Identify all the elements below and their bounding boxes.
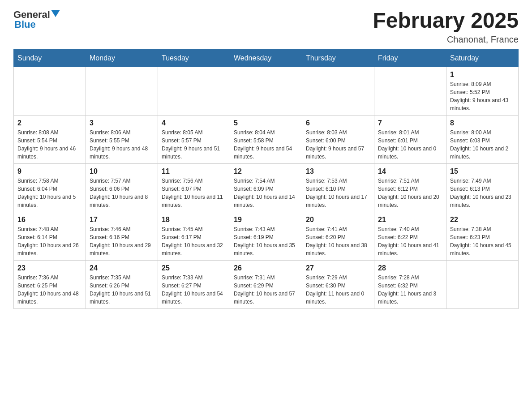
- day-number: 10: [90, 167, 154, 176]
- calendar-cell: 1Sunrise: 8:09 AMSunset: 5:52 PMDaylight…: [446, 67, 519, 115]
- day-info: Sunrise: 7:33 AMSunset: 6:27 PMDaylight:…: [162, 274, 226, 306]
- day-number: 28: [378, 264, 442, 272]
- day-info: Sunrise: 7:53 AMSunset: 6:10 PMDaylight:…: [306, 177, 370, 209]
- calendar-week-row: 1Sunrise: 8:09 AMSunset: 5:52 PMDaylight…: [14, 67, 519, 115]
- day-info: Sunrise: 8:05 AMSunset: 5:57 PMDaylight:…: [162, 128, 226, 161]
- calendar-cell: [302, 67, 374, 115]
- header-day-thursday: Thursday: [302, 49, 374, 67]
- calendar-cell: 4Sunrise: 8:05 AMSunset: 5:57 PMDaylight…: [158, 115, 230, 163]
- day-number: 22: [450, 216, 515, 224]
- svg-marker-0: [51, 10, 60, 17]
- calendar-cell: 28Sunrise: 7:28 AMSunset: 6:32 PMDayligh…: [374, 260, 446, 308]
- day-number: 2: [17, 119, 82, 127]
- day-number: 6: [306, 119, 370, 127]
- calendar-cell: 15Sunrise: 7:49 AMSunset: 6:13 PMDayligh…: [446, 163, 519, 212]
- day-number: 4: [162, 119, 226, 127]
- day-info: Sunrise: 7:58 AMSunset: 6:04 PMDaylight:…: [17, 177, 82, 209]
- location-subtitle: Chanonat, France: [373, 34, 519, 45]
- calendar-cell: 3Sunrise: 8:06 AMSunset: 5:55 PMDaylight…: [86, 115, 158, 163]
- calendar-cell: [86, 67, 158, 115]
- day-info: Sunrise: 7:43 AMSunset: 6:19 PMDaylight:…: [234, 225, 298, 257]
- day-number: 25: [162, 264, 226, 272]
- day-number: 12: [234, 167, 298, 176]
- day-number: 3: [90, 119, 154, 127]
- calendar-cell: 26Sunrise: 7:31 AMSunset: 6:29 PMDayligh…: [230, 260, 302, 308]
- day-info: Sunrise: 8:00 AMSunset: 6:03 PMDaylight:…: [450, 128, 515, 161]
- header-day-friday: Friday: [374, 49, 446, 67]
- calendar-cell: [158, 67, 230, 115]
- calendar-cell: 13Sunrise: 7:53 AMSunset: 6:10 PMDayligh…: [302, 163, 374, 212]
- day-info: Sunrise: 7:29 AMSunset: 6:30 PMDaylight:…: [306, 274, 370, 306]
- day-number: 19: [234, 216, 298, 224]
- header-day-saturday: Saturday: [446, 49, 519, 67]
- day-info: Sunrise: 7:38 AMSunset: 6:23 PMDaylight:…: [450, 225, 515, 257]
- day-info: Sunrise: 7:36 AMSunset: 6:25 PMDaylight:…: [17, 274, 82, 306]
- calendar-table: SundayMondayTuesdayWednesdayThursdayFrid…: [13, 49, 519, 309]
- day-info: Sunrise: 7:49 AMSunset: 6:13 PMDaylight:…: [450, 177, 515, 209]
- day-info: Sunrise: 7:41 AMSunset: 6:20 PMDaylight:…: [306, 225, 370, 257]
- day-info: Sunrise: 7:46 AMSunset: 6:16 PMDaylight:…: [90, 225, 154, 257]
- day-number: 5: [234, 119, 298, 127]
- day-number: 9: [17, 167, 82, 176]
- day-info: Sunrise: 7:28 AMSunset: 6:32 PMDaylight:…: [378, 274, 442, 306]
- title-area: February 2025 Chanonat, France: [373, 9, 519, 45]
- day-number: 11: [162, 167, 226, 176]
- calendar-cell: 21Sunrise: 7:40 AMSunset: 6:22 PMDayligh…: [374, 212, 446, 260]
- day-info: Sunrise: 7:48 AMSunset: 6:14 PMDaylight:…: [17, 225, 82, 257]
- day-number: 16: [17, 216, 82, 224]
- calendar-cell: 20Sunrise: 7:41 AMSunset: 6:20 PMDayligh…: [302, 212, 374, 260]
- day-info: Sunrise: 8:09 AMSunset: 5:52 PMDaylight:…: [450, 80, 515, 112]
- day-info: Sunrise: 7:35 AMSunset: 6:26 PMDaylight:…: [90, 274, 154, 306]
- calendar-cell: 22Sunrise: 7:38 AMSunset: 6:23 PMDayligh…: [446, 212, 519, 260]
- calendar-header-row: SundayMondayTuesdayWednesdayThursdayFrid…: [14, 49, 519, 67]
- month-title: February 2025: [373, 9, 519, 33]
- day-info: Sunrise: 7:45 AMSunset: 6:17 PMDaylight:…: [162, 225, 226, 257]
- day-number: 7: [378, 119, 442, 127]
- day-number: 15: [450, 167, 515, 176]
- day-number: 17: [90, 216, 154, 224]
- calendar-cell: 8Sunrise: 8:00 AMSunset: 6:03 PMDaylight…: [446, 115, 519, 163]
- day-number: 23: [17, 264, 82, 272]
- calendar-cell: 10Sunrise: 7:57 AMSunset: 6:06 PMDayligh…: [86, 163, 158, 212]
- day-info: Sunrise: 8:04 AMSunset: 5:58 PMDaylight:…: [234, 128, 298, 161]
- calendar-cell: 27Sunrise: 7:29 AMSunset: 6:30 PMDayligh…: [302, 260, 374, 308]
- header-day-wednesday: Wednesday: [230, 49, 302, 67]
- day-info: Sunrise: 8:03 AMSunset: 6:00 PMDaylight:…: [306, 128, 370, 161]
- calendar-cell: 16Sunrise: 7:48 AMSunset: 6:14 PMDayligh…: [14, 212, 86, 260]
- day-info: Sunrise: 8:01 AMSunset: 6:01 PMDaylight:…: [378, 128, 442, 161]
- calendar-cell: 7Sunrise: 8:01 AMSunset: 6:01 PMDaylight…: [374, 115, 446, 163]
- day-info: Sunrise: 7:40 AMSunset: 6:22 PMDaylight:…: [378, 225, 442, 257]
- calendar-cell: 11Sunrise: 7:56 AMSunset: 6:07 PMDayligh…: [158, 163, 230, 212]
- day-number: 8: [450, 119, 515, 127]
- calendar-cell: 6Sunrise: 8:03 AMSunset: 6:00 PMDaylight…: [302, 115, 374, 163]
- day-info: Sunrise: 7:51 AMSunset: 6:12 PMDaylight:…: [378, 177, 442, 209]
- header-day-sunday: Sunday: [14, 49, 86, 67]
- calendar-cell: 14Sunrise: 7:51 AMSunset: 6:12 PMDayligh…: [374, 163, 446, 212]
- calendar-cell: 23Sunrise: 7:36 AMSunset: 6:25 PMDayligh…: [14, 260, 86, 308]
- day-info: Sunrise: 7:31 AMSunset: 6:29 PMDaylight:…: [234, 274, 298, 306]
- day-info: Sunrise: 7:57 AMSunset: 6:06 PMDaylight:…: [90, 177, 154, 209]
- calendar-cell: [14, 67, 86, 115]
- calendar-cell: 18Sunrise: 7:45 AMSunset: 6:17 PMDayligh…: [158, 212, 230, 260]
- calendar-cell: 5Sunrise: 8:04 AMSunset: 5:58 PMDaylight…: [230, 115, 302, 163]
- day-number: 14: [378, 167, 442, 176]
- day-info: Sunrise: 7:56 AMSunset: 6:07 PMDaylight:…: [162, 177, 226, 209]
- logo-arrow-icon: [51, 10, 60, 18]
- page-header: General Blue February 2025 Chanonat, Fra…: [13, 9, 519, 45]
- calendar-week-row: 9Sunrise: 7:58 AMSunset: 6:04 PMDaylight…: [14, 163, 519, 212]
- calendar-cell: 17Sunrise: 7:46 AMSunset: 6:16 PMDayligh…: [86, 212, 158, 260]
- logo: General Blue: [13, 9, 60, 30]
- calendar-week-row: 2Sunrise: 8:08 AMSunset: 5:54 PMDaylight…: [14, 115, 519, 163]
- calendar-cell: 12Sunrise: 7:54 AMSunset: 6:09 PMDayligh…: [230, 163, 302, 212]
- calendar-cell: 19Sunrise: 7:43 AMSunset: 6:19 PMDayligh…: [230, 212, 302, 260]
- calendar-cell: 9Sunrise: 7:58 AMSunset: 6:04 PMDaylight…: [14, 163, 86, 212]
- calendar-cell: [230, 67, 302, 115]
- day-info: Sunrise: 7:54 AMSunset: 6:09 PMDaylight:…: [234, 177, 298, 209]
- calendar-cell: 25Sunrise: 7:33 AMSunset: 6:27 PMDayligh…: [158, 260, 230, 308]
- day-number: 26: [234, 264, 298, 272]
- day-info: Sunrise: 8:08 AMSunset: 5:54 PMDaylight:…: [17, 128, 82, 161]
- day-number: 20: [306, 216, 370, 224]
- day-number: 1: [450, 71, 515, 79]
- day-number: 27: [306, 264, 370, 272]
- day-info: Sunrise: 8:06 AMSunset: 5:55 PMDaylight:…: [90, 128, 154, 161]
